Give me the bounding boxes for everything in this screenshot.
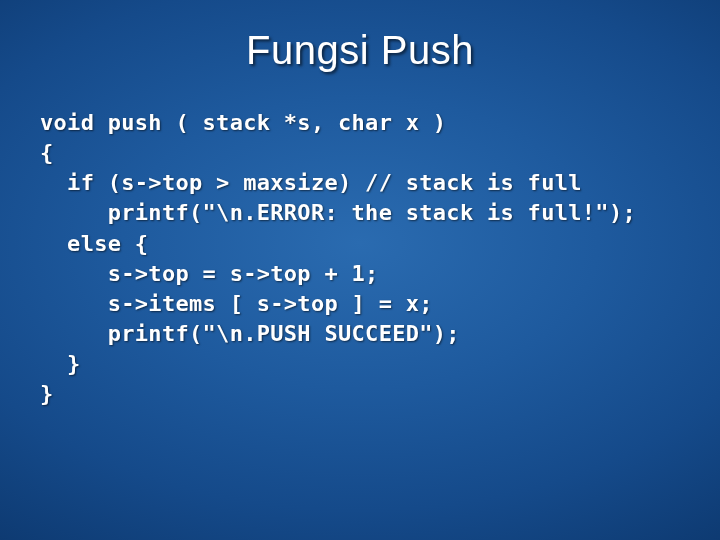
slide-title: Fungsi Push — [40, 28, 680, 73]
code-content: void push ( stack *s, char x ) { if (s->… — [40, 110, 636, 406]
code-block: void push ( stack *s, char x ) { if (s->… — [40, 109, 680, 411]
slide: Fungsi Push void push ( stack *s, char x… — [0, 0, 720, 540]
